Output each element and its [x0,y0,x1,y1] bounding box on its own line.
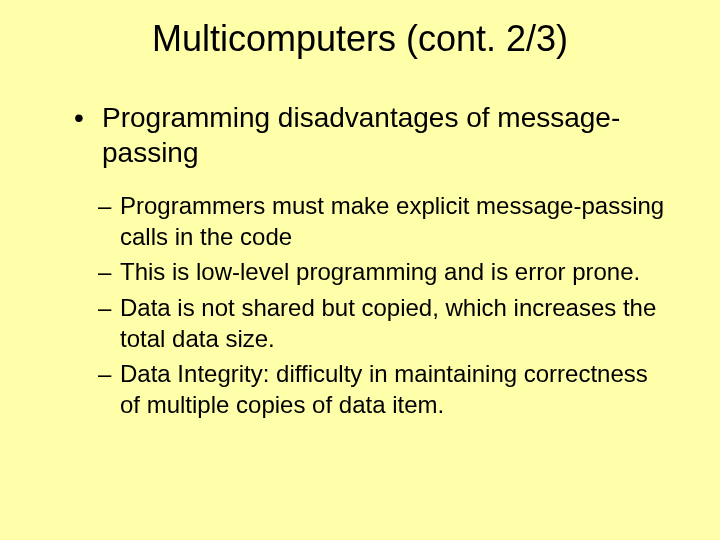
bullet-text: Data Integrity: difficulty in maintainin… [120,360,648,418]
list-item: Programming disadvantages of message-pas… [74,100,670,170]
slide: Multicomputers (cont. 2/3) Programming d… [0,0,720,540]
bullet-text: Programming disadvantages of message-pas… [102,102,620,168]
bullet-text: Programmers must make explicit message-p… [120,192,664,250]
bullet-text: This is low-level programming and is err… [120,258,640,285]
bullet-text: Data is not shared but copied, which inc… [120,294,656,352]
slide-title: Multicomputers (cont. 2/3) [50,18,670,60]
list-item: Programmers must make explicit message-p… [98,190,670,252]
bullet-list-level1: Programming disadvantages of message-pas… [74,100,670,170]
list-item: This is low-level programming and is err… [98,256,670,287]
bullet-list-level2: Programmers must make explicit message-p… [98,190,670,420]
list-item: Data Integrity: difficulty in maintainin… [98,358,670,420]
list-item: Data is not shared but copied, which inc… [98,292,670,354]
